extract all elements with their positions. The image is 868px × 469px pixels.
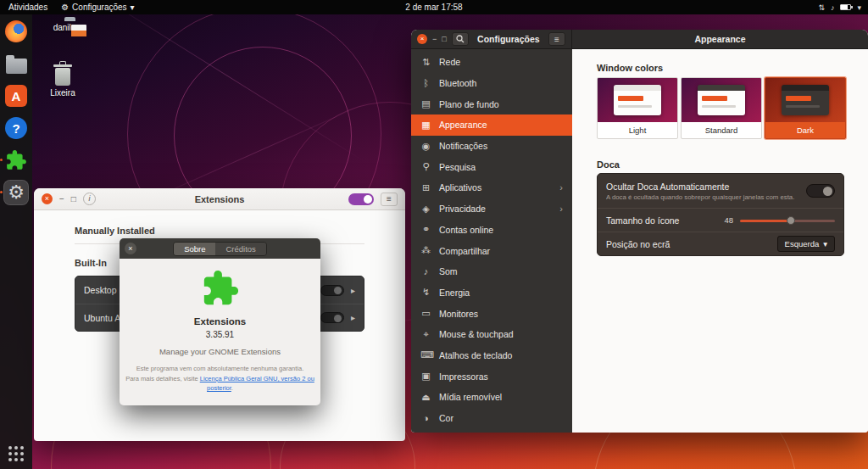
privacy-icon: ◈ bbox=[420, 204, 431, 215]
system-status-area[interactable]: ⇅ ♪ ▾ bbox=[818, 0, 861, 14]
slider-knob[interactable] bbox=[787, 216, 795, 225]
about-dialog-titlebar: × Sobre Créditos bbox=[120, 238, 320, 259]
sidebar-item-sound[interactable]: ♪Som bbox=[411, 261, 572, 282]
theme-option-light[interactable]: Light bbox=[597, 77, 678, 139]
dock-settings-card: Ocultar Doca Automaticamente A doca é oc… bbox=[597, 173, 844, 256]
sidebar-label: Energia bbox=[439, 288, 470, 298]
printers-icon: ▣ bbox=[420, 371, 431, 382]
toggle-knob bbox=[364, 195, 372, 204]
trash-icon bbox=[55, 68, 70, 86]
chevron-right-icon: › bbox=[559, 182, 563, 193]
settings-titlebar-left[interactable]: × − □ Configurações ≡ bbox=[411, 30, 572, 48]
close-button[interactable]: × bbox=[417, 34, 427, 44]
sidebar-label: Appearance bbox=[439, 120, 487, 130]
files-icon bbox=[6, 59, 27, 74]
about-dialog: × Sobre Créditos Extensions 3.35.91 Mana… bbox=[120, 238, 320, 405]
sidebar-item-appearance[interactable]: ▦Appearance bbox=[411, 114, 572, 136]
background-icon: ▤ bbox=[420, 98, 431, 109]
chevron-down-icon: ▾ bbox=[857, 3, 861, 12]
window-colors-heading: Window colors bbox=[597, 63, 663, 73]
info-button[interactable]: i bbox=[83, 193, 96, 205]
chevron-right-icon[interactable]: ▸ bbox=[351, 313, 355, 322]
minimize-button[interactable]: − bbox=[59, 194, 64, 204]
close-button[interactable]: × bbox=[42, 193, 53, 204]
maximize-button[interactable]: □ bbox=[71, 194, 76, 204]
sidebar-label: Monitores bbox=[439, 309, 478, 319]
sidebar-item-power[interactable]: ↯Energia bbox=[411, 282, 572, 304]
hide-dock-toggle[interactable] bbox=[806, 184, 835, 198]
menu-icon[interactable]: ≡ bbox=[381, 193, 398, 206]
desktop-icon-trash[interactable]: Lixeira bbox=[41, 64, 85, 98]
dock-extensions[interactable] bbox=[4, 148, 28, 172]
icon-size-slider[interactable] bbox=[740, 215, 835, 226]
bluetooth-icon: ᛒ bbox=[420, 78, 431, 88]
position-dropdown[interactable]: Esquerda ▾ bbox=[777, 236, 835, 252]
theme-label: Light bbox=[598, 122, 677, 138]
sidebar-item-applications[interactable]: ⊞Aplicativos› bbox=[411, 177, 572, 198]
settings-titlebar: × − □ Configurações ≡ Appearance bbox=[411, 30, 868, 49]
chevron-down-icon: ▾ bbox=[131, 3, 135, 12]
sidebar-item-search[interactable]: ⚲Pesquisa bbox=[411, 156, 572, 177]
dock-settings[interactable]: ⚙ bbox=[4, 181, 28, 204]
dock-files[interactable] bbox=[4, 52, 28, 75]
network-icon: ⇅ bbox=[818, 3, 825, 12]
sidebar-item-removable-media[interactable]: ⏏Mídia removível bbox=[411, 387, 572, 408]
toggle-knob bbox=[334, 287, 342, 294]
sidebar-item-privacy[interactable]: ◈Privacidade› bbox=[411, 198, 572, 220]
position-row: Posição no ecrã Esquerda ▾ bbox=[598, 232, 843, 255]
sharing-icon: ⁂ bbox=[420, 245, 431, 256]
gear-icon: ⚙ bbox=[61, 3, 69, 12]
theme-label: Dark bbox=[765, 122, 845, 138]
dock-ubuntu-software[interactable]: A bbox=[4, 84, 28, 108]
close-button[interactable]: × bbox=[125, 243, 136, 254]
maximize-button[interactable]: □ bbox=[442, 35, 446, 43]
sidebar-item-displays[interactable]: ▭Monitores bbox=[411, 303, 572, 324]
running-indicator bbox=[0, 191, 3, 193]
ubuntu-software-icon: A bbox=[5, 85, 27, 107]
sidebar-item-color[interactable]: ◑Cor bbox=[411, 408, 572, 429]
search-button[interactable] bbox=[452, 32, 469, 46]
focused-app-menu[interactable]: ⚙ Configurações ▾ bbox=[61, 3, 134, 12]
extension-toggle[interactable] bbox=[320, 285, 344, 296]
appearance-panel: Window colors Light Standard Dark bbox=[572, 49, 868, 433]
extensions-titlebar[interactable]: × − □ i Extensions ≡ bbox=[34, 188, 405, 210]
chevron-right-icon[interactable]: ▸ bbox=[351, 286, 355, 295]
menu-icon[interactable]: ≡ bbox=[548, 32, 565, 46]
clock-button[interactable]: 2 de mar 17:58 bbox=[405, 3, 462, 12]
icon-size-row: Tamanho do ícone 48 bbox=[598, 208, 843, 232]
sidebar-label: Plano de fundo bbox=[439, 99, 499, 109]
theme-preview bbox=[765, 78, 845, 122]
sidebar-label: Mídia removível bbox=[439, 392, 502, 402]
appearance-icon: ▦ bbox=[420, 120, 431, 131]
sidebar-item-keyboard[interactable]: ⌨Atalhos de teclado bbox=[411, 345, 572, 366]
minimize-button[interactable]: − bbox=[432, 35, 437, 43]
extension-toggle[interactable] bbox=[320, 312, 344, 323]
sidebar-label: Cor bbox=[439, 413, 453, 423]
autohide-label: Ocultar Doca Automaticamente bbox=[606, 181, 799, 192]
sidebar-item-notifications[interactable]: ◉Notificações bbox=[411, 136, 572, 157]
sidebar-item-sharing[interactable]: ⁂Compartilhar bbox=[411, 240, 572, 261]
theme-option-standard[interactable]: Standard bbox=[681, 77, 762, 139]
settings-body: ⇅Rede ᛒBluetooth ▤Plano de fundo ▦Appear… bbox=[411, 49, 868, 433]
sidebar-item-printers[interactable]: ▣Impressoras bbox=[411, 366, 572, 387]
license-link[interactable]: Licença Pública Geral GNU, versão 2 ou p… bbox=[200, 375, 314, 393]
sidebar-item-mouse[interactable]: ⌖Mouse & touchpad bbox=[411, 324, 572, 345]
sidebar-label: Som bbox=[439, 266, 458, 276]
theme-label: Standard bbox=[682, 122, 761, 138]
dock-help[interactable]: ? bbox=[4, 116, 28, 140]
sidebar-item-online-accounts[interactable]: ⚭Contas online bbox=[411, 220, 572, 241]
tab-creditos[interactable]: Créditos bbox=[215, 243, 265, 255]
sidebar-item-background[interactable]: ▤Plano de fundo bbox=[411, 93, 572, 114]
sidebar-label: Notificações bbox=[439, 141, 487, 151]
sidebar-item-network[interactable]: ⇅Rede bbox=[411, 52, 572, 73]
tab-sobre[interactable]: Sobre bbox=[174, 243, 215, 255]
theme-option-dark[interactable]: Dark bbox=[765, 77, 846, 139]
extensions-master-toggle[interactable] bbox=[348, 193, 374, 205]
sidebar-item-bluetooth[interactable]: ᛒBluetooth bbox=[411, 73, 572, 94]
dock-firefox[interactable] bbox=[4, 20, 28, 43]
desktop-icon-home[interactable]: danilo bbox=[42, 20, 86, 32]
sound-icon: ♪ bbox=[420, 266, 431, 276]
show-applications-button[interactable] bbox=[8, 446, 24, 461]
activities-button[interactable]: Atividades bbox=[8, 3, 47, 12]
autohide-row: Ocultar Doca Automaticamente A doca é oc… bbox=[598, 174, 843, 208]
